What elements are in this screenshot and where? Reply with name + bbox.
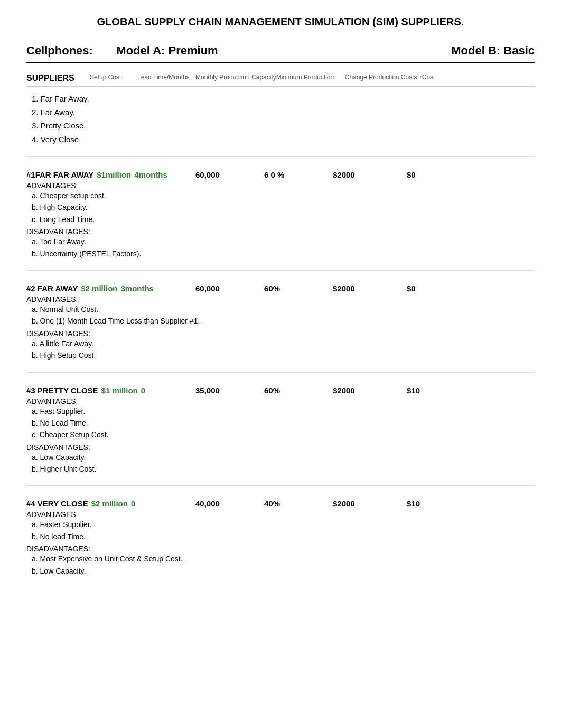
supplier-3-min: 60% [264,386,333,395]
col-change-costs: Change Production Costs [345,73,419,81]
column-headers: SUPPLIERS Setup Cost Lead Time/Months Mo… [26,73,535,87]
supplier-1-setup: $1million [97,170,131,179]
supplier-3-setup: $1 million [101,386,138,395]
supplier-2-block: #2 FAR AWAY $2 million 3months 60,000 60… [26,279,535,362]
supplier-4-setup: $2 million [91,499,128,508]
list-item: b. Low Capacity. [32,565,535,577]
supplier-2-change: $2000 [333,284,407,293]
list-item: b. Uncertainty (PESTEL Factors). [32,248,535,260]
list-item: 4. Very Close. [32,133,535,146]
supplier-3-adv-label: ADVANTAGES: [26,397,535,406]
supplier-4-change: $2000 [333,499,407,508]
supplier-1-block: #1FAR FAR AWAY $1million 4months 60,000 … [26,165,535,260]
supplier-3-change: $2000 [333,386,407,395]
supplier-1-header: #1FAR FAR AWAY $1million 4months 60,000 … [26,170,535,179]
list-item: c. Long Lead Time. [32,214,535,225]
model-b-label: Model B: Basic [451,44,535,58]
supplier-4-name: #4 VERY CLOSE [26,499,88,508]
supplier-3-header: #3 PRETTY CLOSE $1 million 0 35,000 60% … [26,386,535,395]
list-item: a. Most Expensive on Unit Cost & Setup C… [32,553,535,565]
list-item: a. A little Far Away. [32,338,535,349]
supplier-3-dis-label: DISADVANTAGES: [26,443,535,451]
supplier-3-monthly: 35,000 [195,386,264,395]
supplier-4-upcost: $10 [407,499,433,508]
list-item: a. Faster Supplier. [32,519,535,530]
supplier-2-lead: 3months [120,284,154,293]
list-item: c. Cheaper Setup Cost. [32,429,535,440]
supplier-1-monthly: 60,000 [195,170,264,179]
col-monthly-capacity: Monthly Production Capacity [195,73,276,81]
supplier-3-lead: 0 [141,386,145,395]
col-suppliers: SUPPLIERS [26,73,90,83]
supplier-2-monthly: 60,000 [195,284,264,293]
supplier-3-block: #3 PRETTY CLOSE $1 million 0 35,000 60% … [26,381,535,475]
list-item: b. One (1) Month Lead Time Less than Sup… [32,315,535,327]
list-item: a. Fast Supplier. [32,406,535,417]
supplier-1-dis-label: DISADVANTAGES: [26,227,535,236]
divider [26,485,535,486]
supplier-1-min: 6 0 % [264,170,333,179]
supplier-2-adv-label: ADVANTAGES: [26,295,535,303]
main-title: GLOBAL SUPPLY CHAIN MANAGEMENT SIMULATIO… [26,16,535,33]
list-item: a. Cheaper setup cost. [32,190,535,201]
list-item: a. Normal Unit Cost. [32,303,535,315]
supplier-4-dis-label: DISADVANTAGES: [26,545,535,553]
subtitle-row: Cellphones: Model A: Premium Model B: Ba… [26,44,535,63]
supplier-2-dis-label: DISADVANTAGES: [26,329,535,338]
supplier-3-name: #3 PRETTY CLOSE [26,386,98,395]
supplier-4-lead: 0 [131,499,135,508]
supplier-2-header: #2 FAR AWAY $2 million 3months 60,000 60… [26,284,535,293]
supplier-1-upcost: $0 [407,170,433,179]
supplier-3-upcost: $10 [407,386,433,395]
model-a-label: Model A: Premium [116,44,218,57]
supplier-4-min: 40% [264,499,333,508]
supplier-2-setup: $2 million [81,284,117,293]
supplier-4-header: #4 VERY CLOSE $2 million 0 40,000 40% $2… [26,499,535,508]
subtitle-left: Cellphones: Model A: Premium [26,44,218,58]
list-item: b. High Setup Cost. [32,349,535,361]
list-item: 3. Pretty Close. [32,119,535,133]
supplier-1-adv-label: ADVANTAGES: [26,181,535,190]
supplier-4-adv-label: ADVANTAGES: [26,510,535,519]
supplier-4-block: #4 VERY CLOSE $2 million 0 40,000 40% $2… [26,494,535,577]
supplier-2-upcost: $0 [407,284,433,293]
list-item: 1. Far Far Away. [32,92,535,106]
supplier-list: 1. Far Far Away. 2. Far Away. 3. Pretty … [32,92,535,146]
list-item: b. No Lead Time. [32,417,535,429]
col-setup-cost: Setup Cost [90,73,137,81]
supplier-1-change: $2000 [333,170,407,179]
list-item: b. No lead Time. [32,531,535,542]
col-lead-time: Lead Time/Months [137,73,195,81]
divider [26,270,535,271]
list-item: a. Low Capacity. [32,451,535,463]
col-min-production: Minimum Production [276,73,345,81]
supplier-1-name: #1FAR FAR AWAY [26,170,94,179]
supplier-1-lead: 4months [134,170,167,179]
supplier-2-name: #2 FAR AWAY [26,284,78,293]
list-item: 2. Far Away. [32,106,535,119]
divider [26,372,535,373]
list-item: b. High Capacity. [32,201,535,213]
list-item: b. Higher Unit Cost. [32,463,535,475]
cellphones-label: Cellphones: [26,44,93,57]
divider [26,156,535,157]
list-item: a. Too Far Away. [32,236,535,247]
supplier-4-monthly: 40,000 [195,499,264,508]
supplier-2-min: 60% [264,284,333,293]
col-up-cost: ↑Cost [419,73,445,81]
